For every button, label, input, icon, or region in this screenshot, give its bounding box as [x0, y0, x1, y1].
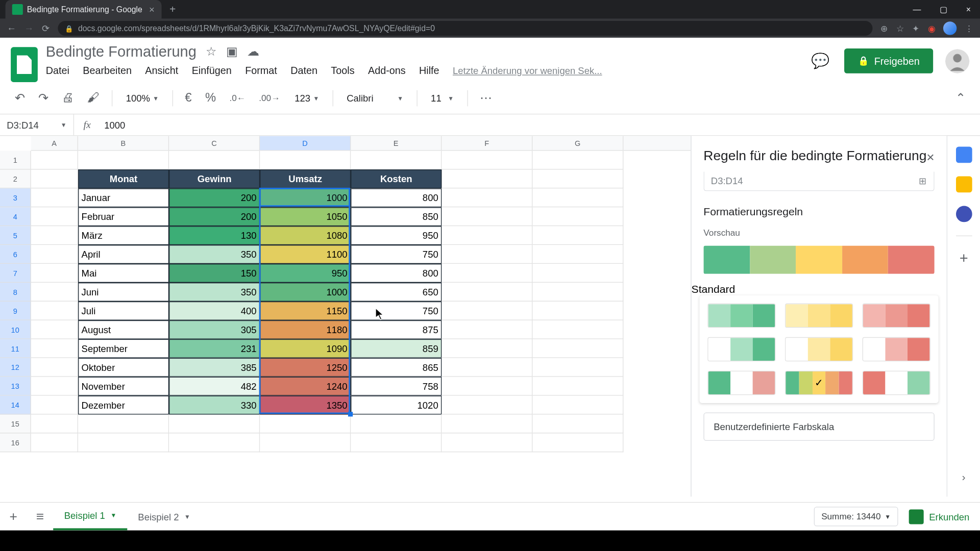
cell-E8[interactable]: 650 [351, 283, 442, 302]
new-tab-button[interactable]: + [169, 4, 176, 16]
cell-B4[interactable]: Februar [78, 207, 169, 226]
cell-A11[interactable] [31, 339, 78, 358]
cell-C13[interactable]: 482 [169, 377, 260, 396]
cell-A2[interactable] [31, 169, 78, 188]
cell-B10[interactable]: August [78, 320, 169, 339]
cell-A9[interactable] [31, 302, 78, 320]
number-format-select[interactable]: 123▼ [289, 90, 325, 106]
row-header-7[interactable]: 7 [0, 264, 31, 283]
row-header-3[interactable]: 3 [0, 188, 31, 207]
cell-C9[interactable]: 400 [169, 302, 260, 320]
preset-white-yellow[interactable] [785, 337, 853, 361]
cell-D1[interactable] [260, 151, 351, 169]
maximize-button[interactable]: ▢ [930, 5, 957, 14]
cell-C4[interactable]: 200 [169, 207, 260, 226]
menu-file[interactable]: Datei [46, 65, 69, 76]
cell-D11[interactable]: 1090 [260, 339, 351, 358]
cell-A5[interactable] [31, 226, 78, 245]
undo-button[interactable]: ↶ [11, 88, 29, 108]
cell-B14[interactable]: Dezember [78, 396, 169, 415]
sheet-tab-1[interactable]: Beispiel 1▼ [54, 503, 128, 530]
cell-C12[interactable]: 385 [169, 358, 260, 377]
quicksum-box[interactable]: Summe: 13440▼ [814, 507, 898, 526]
url-input[interactable]: 🔒 docs.google.com/spreadsheets/d/1RMhyrl… [58, 21, 872, 36]
cell-G11[interactable] [532, 339, 623, 358]
column-header-G[interactable]: G [532, 136, 623, 150]
extension-icon[interactable]: ◉ [928, 23, 936, 34]
account-avatar[interactable] [945, 49, 969, 73]
cell-G15[interactable] [532, 415, 623, 434]
cell-E4[interactable]: 850 [351, 207, 442, 226]
cell-G1[interactable] [532, 151, 623, 169]
cell-G6[interactable] [532, 245, 623, 264]
add-sheet-button[interactable]: + [0, 509, 27, 524]
cell-G3[interactable] [532, 188, 623, 207]
row-header-2[interactable]: 2 [0, 169, 31, 188]
cell-G10[interactable] [532, 320, 623, 339]
row-header-1[interactable]: 1 [0, 151, 31, 169]
cell-F6[interactable] [442, 245, 532, 264]
cell-G8[interactable] [532, 283, 623, 302]
color-scale-preview[interactable] [703, 245, 934, 273]
cell-G9[interactable] [532, 302, 623, 320]
share-button[interactable]: Freigeben [845, 48, 934, 73]
cell-F12[interactable] [442, 358, 532, 377]
row-header-15[interactable]: 15 [0, 415, 31, 434]
menu-data[interactable]: Daten [290, 65, 317, 76]
cell-D14[interactable]: 1350 [260, 396, 351, 415]
cell-F1[interactable] [442, 151, 532, 169]
cell-C15[interactable] [169, 415, 260, 434]
spreadsheet-grid[interactable]: ABCDEFG 12345678910111213141516 MonatGew… [0, 136, 691, 496]
cell-C1[interactable] [169, 151, 260, 169]
sheet-tab-2[interactable]: Beispiel 2▼ [127, 503, 201, 530]
cell-E16[interactable] [351, 433, 442, 452]
zoom-icon[interactable]: ⊕ [880, 23, 888, 34]
close-window-button[interactable]: × [957, 5, 980, 14]
menu-addons[interactable]: Add-ons [368, 65, 406, 76]
cell-D12[interactable]: 1250 [260, 358, 351, 377]
menu-view[interactable]: Ansicht [145, 65, 178, 76]
cell-D8[interactable]: 1000 [260, 283, 351, 302]
cell-B8[interactable]: Juni [78, 283, 169, 302]
minimize-button[interactable]: — [903, 5, 930, 14]
zoom-select[interactable]: 100%▼ [120, 90, 164, 106]
last-edit-link[interactable]: Letzte Änderung vor wenigen Sek... [453, 65, 602, 76]
cell-F9[interactable] [442, 302, 532, 320]
cell-A1[interactable] [31, 151, 78, 169]
preset-green-red[interactable] [707, 371, 775, 395]
cell-E15[interactable] [351, 415, 442, 434]
cell-D10[interactable]: 1180 [260, 320, 351, 339]
cell-F2[interactable] [442, 169, 532, 188]
formula-input[interactable]: 1000 [100, 119, 125, 130]
cell-D5[interactable]: 1080 [260, 226, 351, 245]
cell-C5[interactable]: 130 [169, 226, 260, 245]
calendar-addon-icon[interactable] [955, 147, 972, 163]
preset-red[interactable] [863, 304, 930, 328]
cell-E7[interactable]: 800 [351, 264, 442, 283]
cell-A4[interactable] [31, 207, 78, 226]
cell-B13[interactable]: November [78, 377, 169, 396]
cloud-status-icon[interactable]: ☁ [247, 44, 259, 59]
forward-button[interactable]: → [24, 23, 33, 34]
menu-insert[interactable]: Einfügen [192, 65, 232, 76]
back-button[interactable]: ← [7, 23, 16, 34]
cell-C14[interactable]: 330 [169, 396, 260, 415]
cell-F14[interactable] [442, 396, 532, 415]
menu-help[interactable]: Hilfe [419, 65, 439, 76]
cell-G7[interactable] [532, 264, 623, 283]
cell-E11[interactable]: 859 [351, 339, 442, 358]
cell-E1[interactable] [351, 151, 442, 169]
cell-C6[interactable]: 350 [169, 245, 260, 264]
cell-F10[interactable] [442, 320, 532, 339]
column-header-E[interactable]: E [351, 136, 442, 150]
cell-G5[interactable] [532, 226, 623, 245]
preset-white-red[interactable] [863, 337, 930, 361]
all-sheets-button[interactable]: ≡ [27, 509, 53, 524]
cell-E6[interactable]: 750 [351, 245, 442, 264]
cell-A8[interactable] [31, 283, 78, 302]
row-header-9[interactable]: 9 [0, 302, 31, 320]
cell-A7[interactable] [31, 264, 78, 283]
preset-green[interactable] [707, 304, 775, 328]
cell-B5[interactable]: März [78, 226, 169, 245]
menu-format[interactable]: Format [245, 65, 277, 76]
